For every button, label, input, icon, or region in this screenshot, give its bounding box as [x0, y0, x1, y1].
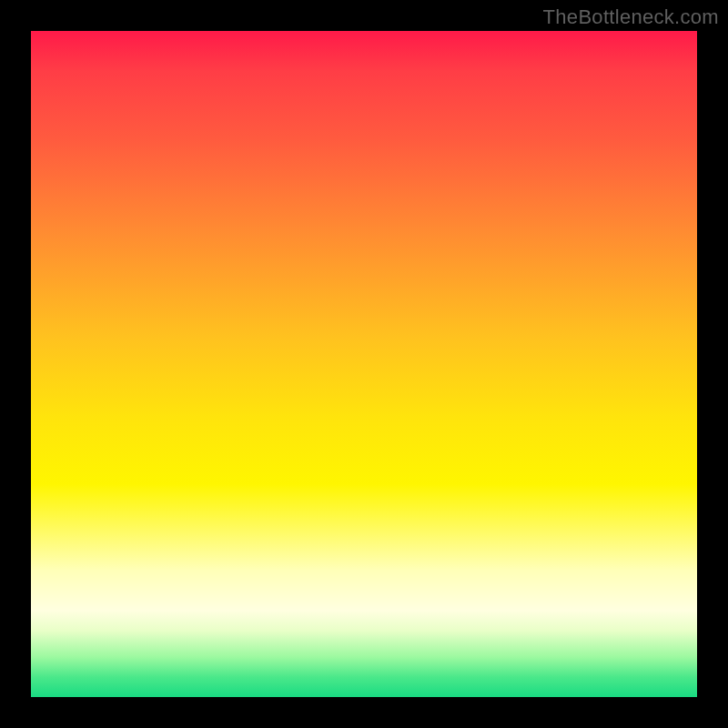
plot-area [31, 31, 697, 697]
background-gradient [31, 31, 697, 697]
watermark-text: TheBottleneck.com [543, 5, 719, 29]
chart-frame: TheBottleneck.com [0, 0, 728, 728]
